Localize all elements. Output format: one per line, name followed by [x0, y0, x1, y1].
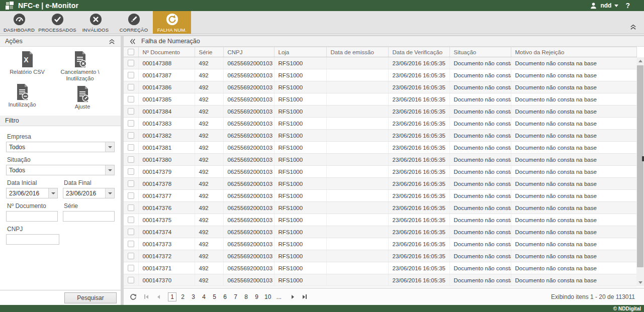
serie-label: Série: [64, 202, 115, 210]
data-inicial-picker[interactable]: 23/06/2016: [6, 188, 58, 198]
tab-correcao[interactable]: CORREÇÃO: [115, 11, 153, 34]
row-checkbox[interactable]: [128, 217, 134, 223]
page-button[interactable]: 2: [178, 292, 187, 301]
table-row[interactable]: 000147373 492 06255692000103 RFS1000 23/…: [124, 238, 636, 250]
column-header-loja[interactable]: Loja: [274, 47, 326, 57]
cell-situacao: Documento não consta na base: [449, 262, 511, 274]
toolbar-collapse-button[interactable]: [629, 23, 637, 31]
table-row[interactable]: 000147387 492 06255692000103 RFS1000 23/…: [124, 69, 636, 81]
table-row[interactable]: 000147374 492 06255692000103 RFS1000 23/…: [124, 226, 636, 238]
table-row[interactable]: 000147388 492 06255692000103 RFS1000 23/…: [124, 57, 636, 69]
table-row[interactable]: 000147372 492 06255692000103 RFS1000 23/…: [124, 250, 636, 262]
row-checkbox[interactable]: [128, 144, 134, 151]
row-checkbox[interactable]: [128, 229, 134, 235]
row-checkbox[interactable]: [128, 156, 134, 163]
row-checkbox[interactable]: [128, 96, 134, 102]
num-documento-input[interactable]: [6, 211, 58, 222]
refresh-button[interactable]: [130, 293, 137, 300]
grid-panel-title: Falha de Numeração: [141, 38, 200, 45]
scroll-up-button[interactable]: [636, 57, 644, 65]
tab-label: CORREÇÃO: [120, 27, 148, 33]
row-checkbox[interactable]: [128, 265, 134, 271]
scroll-down-button[interactable]: [636, 279, 644, 286]
action-inutilizacao[interactable]: Inutilização: [3, 82, 41, 111]
pesquisar-button[interactable]: Pesquisar: [64, 292, 117, 303]
collapse-actions-button[interactable]: [108, 38, 116, 45]
cell-emissao: [326, 238, 388, 250]
cell-motivo: Documento não consta na base: [511, 274, 636, 286]
table-row[interactable]: 000147385 492 06255692000103 RFS1000 23/…: [124, 93, 636, 106]
action-relatorio-csv[interactable]: X Relatório CSV: [3, 50, 51, 82]
tab-processados[interactable]: PROCESSADOS: [38, 11, 76, 34]
column-header-motivo[interactable]: Motivo da Rejeição: [511, 47, 636, 57]
table-row[interactable]: 000147379 492 06255692000103 RFS1000 23/…: [124, 166, 636, 178]
user-menu[interactable]: ndd: [590, 2, 618, 10]
table-row[interactable]: 000147377 492 06255692000103 RFS1000 23/…: [124, 190, 636, 202]
first-page-button[interactable]: [142, 292, 151, 301]
page-button[interactable]: 10: [263, 292, 272, 301]
serie-input[interactable]: [63, 211, 115, 222]
page-button[interactable]: 5: [210, 292, 219, 301]
table-row[interactable]: 000147381 492 06255692000103 RFS1000 23/…: [124, 142, 636, 154]
cell-cnpj: 06255692000103: [223, 93, 274, 106]
vertical-scrollbar[interactable]: [636, 57, 644, 286]
situacao-select[interactable]: Todos: [6, 165, 115, 175]
row-checkbox[interactable]: [128, 204, 134, 211]
page-button[interactable]: 6: [221, 292, 229, 301]
page-button[interactable]: 4: [200, 292, 208, 301]
column-header-situacao[interactable]: Situação: [449, 47, 511, 57]
cell-situacao: Documento não consta na base: [449, 142, 511, 154]
column-header-serie[interactable]: Série: [195, 47, 223, 57]
action-cancelamento-inutilizacao[interactable]: Cancelamento \ Inutilização: [51, 50, 109, 82]
column-header-verificacao[interactable]: Data de Verificação: [388, 47, 449, 57]
table-row[interactable]: 000147371 492 06255692000103 RFS1000 23/…: [124, 262, 636, 274]
collapse-sidebar-button[interactable]: [129, 38, 136, 45]
row-checkbox[interactable]: [128, 253, 134, 259]
tab-falha-num[interactable]: FALHA NUM.: [153, 11, 191, 34]
row-checkbox[interactable]: [128, 84, 134, 90]
table-row[interactable]: 000147383 492 06255692000103 RFS1000 23/…: [124, 118, 636, 130]
empresa-select[interactable]: Todos: [6, 142, 115, 152]
next-page-button[interactable]: [288, 292, 297, 301]
table-row[interactable]: 000147380 492 06255692000103 RFS1000 23/…: [124, 154, 636, 166]
page-button[interactable]: 9: [252, 292, 261, 301]
select-all-checkbox[interactable]: [128, 49, 134, 55]
table-row[interactable]: 000147382 492 06255692000103 RFS1000 23/…: [124, 130, 636, 142]
table-row[interactable]: 000147370 492 06255692000103 RFS1000 23/…: [124, 274, 636, 286]
page-button[interactable]: 8: [242, 292, 250, 301]
scrollbar-thumb[interactable]: [637, 65, 643, 267]
row-checkbox[interactable]: [128, 120, 134, 127]
tab-invalidos[interactable]: INVÁLIDOS: [76, 11, 115, 34]
cell-verificacao: 23/06/2016 16:05:35: [388, 214, 449, 226]
page-button[interactable]: 3: [189, 292, 198, 301]
action-ajuste[interactable]: Ajuste: [63, 84, 102, 111]
table-row[interactable]: 000147378 492 06255692000103 RFS1000 23/…: [124, 178, 636, 190]
row-checkbox[interactable]: [128, 60, 134, 66]
row-checkbox[interactable]: [128, 132, 134, 139]
table-row[interactable]: 000147376 492 06255692000103 RFS1000 23/…: [124, 202, 636, 214]
row-checkbox[interactable]: [128, 108, 134, 115]
column-header-doc[interactable]: Nº Documento: [138, 47, 195, 57]
cnpj-input[interactable]: [6, 234, 59, 245]
cell-emissao: [326, 81, 388, 93]
row-checkbox[interactable]: [128, 241, 134, 247]
page-button[interactable]: 7: [231, 292, 240, 301]
page-button[interactable]: 1: [168, 292, 176, 301]
last-page-button[interactable]: [300, 292, 309, 301]
column-header-emissao[interactable]: Data de emissão: [326, 47, 388, 57]
table-row[interactable]: 000147386 492 06255692000103 RFS1000 23/…: [124, 81, 636, 93]
row-checkbox[interactable]: [128, 72, 134, 78]
row-checkbox[interactable]: [128, 180, 134, 187]
table-row[interactable]: 000147375 492 06255692000103 RFS1000 23/…: [124, 214, 636, 226]
column-header-cnpj[interactable]: CNPJ: [223, 47, 274, 57]
tab-dashboard[interactable]: DASHBOARD: [0, 11, 38, 34]
data-final-picker[interactable]: 23/06/2016: [63, 188, 115, 198]
prev-page-button[interactable]: [154, 292, 163, 301]
table-row[interactable]: 000147384 492 06255692000103 RFS1000 23/…: [124, 106, 636, 118]
row-checkbox[interactable]: [128, 168, 134, 175]
row-checkbox[interactable]: [128, 192, 134, 199]
page-button[interactable]: ...: [274, 292, 283, 301]
help-button[interactable]: ?: [625, 2, 630, 10]
cell-doc: 000147383: [138, 118, 195, 130]
row-checkbox[interactable]: [128, 277, 134, 283]
